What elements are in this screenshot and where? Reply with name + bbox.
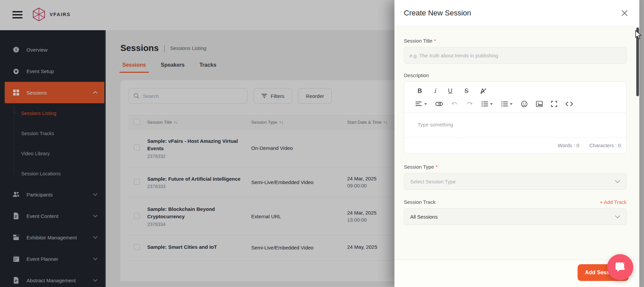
undo-icon[interactable] xyxy=(451,102,458,106)
strikethrough-icon[interactable]: S xyxy=(465,88,469,94)
words-counter: Words : 0 xyxy=(558,142,579,148)
close-icon[interactable] xyxy=(621,9,629,17)
create-session-drawer: Create New Session Session Title * Descr… xyxy=(394,0,639,287)
underline-icon[interactable]: U xyxy=(448,88,452,94)
session-track-label: Session Track xyxy=(404,199,435,205)
caret-down-icon xyxy=(424,103,427,105)
caret-down-icon xyxy=(490,103,493,105)
bullet-list-icon[interactable] xyxy=(501,101,513,107)
ordered-list-icon[interactable] xyxy=(481,101,493,107)
bold-icon[interactable]: B xyxy=(418,88,422,94)
required-asterisk: * xyxy=(434,38,436,44)
required-asterisk: * xyxy=(436,164,438,170)
fullscreen-icon[interactable] xyxy=(551,101,557,107)
characters-counter: Characters : 0 xyxy=(589,142,621,148)
session-title-input[interactable] xyxy=(404,47,627,64)
add-track-link[interactable]: + Add Track xyxy=(600,199,627,205)
session-type-value: Select Session Type xyxy=(410,179,456,184)
chevron-down-icon xyxy=(615,180,620,183)
caret-down-icon xyxy=(510,103,513,105)
image-icon[interactable] xyxy=(536,101,543,107)
session-type-select[interactable]: Select Session Type xyxy=(404,173,627,190)
redo-icon[interactable] xyxy=(466,102,473,106)
code-icon[interactable] xyxy=(566,102,573,106)
chevron-down-icon xyxy=(615,215,620,218)
drawer-scrollbar-thumb[interactable] xyxy=(636,27,639,96)
emoji-icon[interactable] xyxy=(521,101,528,107)
drawer-footer: Add Session xyxy=(394,260,639,287)
align-left-icon[interactable] xyxy=(416,101,427,107)
session-type-label: Session Type xyxy=(404,164,434,170)
description-label: Description xyxy=(404,72,429,78)
description-placeholder[interactable]: Type something xyxy=(404,113,626,137)
description-editor: B i U S A xyxy=(404,81,627,154)
drawer-title: Create New Session xyxy=(404,9,471,17)
clear-formatting-icon[interactable]: A xyxy=(481,88,485,94)
session-track-select[interactable]: All Sessions xyxy=(404,208,627,225)
italic-icon[interactable]: i xyxy=(434,88,436,94)
chat-launcher-button[interactable] xyxy=(607,254,633,280)
chat-bubble-icon xyxy=(613,261,627,274)
session-title-label: Session Title xyxy=(404,38,432,44)
session-track-value: All Sessions xyxy=(410,214,438,220)
link-icon[interactable] xyxy=(435,102,443,106)
